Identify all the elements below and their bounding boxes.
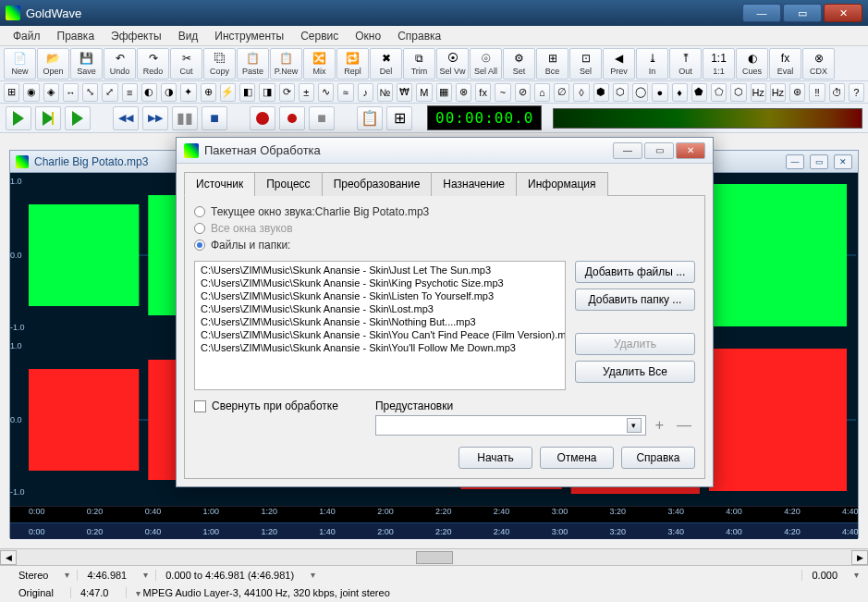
start-button[interactable]: Начать: [458, 447, 532, 469]
record-pause-button[interactable]: [279, 106, 305, 130]
fx-button-20[interactable]: ₩: [397, 83, 412, 102]
play-loop-button[interactable]: [65, 106, 91, 130]
toolbar-1-1-button[interactable]: 1:11:1: [703, 48, 735, 80]
close-button[interactable]: ✕: [824, 4, 862, 22]
dialog-title-bar[interactable]: Пакетная Обработка — ▭ ✕: [177, 138, 713, 164]
fx-button-18[interactable]: ♪: [358, 83, 373, 102]
toolbar---button[interactable]: ⊞Все: [536, 48, 568, 80]
tab-назначение[interactable]: Назначение: [431, 172, 517, 196]
tab-преобразование[interactable]: Преобразование: [322, 172, 433, 196]
menu-item-сервис[interactable]: Сервис: [293, 28, 346, 44]
fx-button-32[interactable]: ◯: [632, 83, 648, 102]
toolbar-trim-button[interactable]: ⧉Trim: [403, 48, 435, 80]
fx-button-15[interactable]: ±: [299, 83, 314, 102]
fx-button-0[interactable]: ⊞: [4, 83, 19, 102]
add-folder-button[interactable]: Добавить папку ...: [575, 289, 695, 311]
scroll-right-button[interactable]: ▶: [851, 550, 868, 565]
pause-button[interactable]: ▮▮: [172, 106, 198, 130]
fx-button-40[interactable]: ⊛: [789, 83, 805, 102]
fx-button-34[interactable]: ♦: [672, 83, 688, 102]
fx-button-10[interactable]: ⊕: [201, 83, 216, 102]
fx-button-41[interactable]: ‼: [809, 83, 825, 102]
fx-button-33[interactable]: ●: [652, 83, 667, 102]
toolbar-paste-button[interactable]: 📋Paste: [237, 48, 269, 80]
toolbar-sel-all-button[interactable]: ⦾Sel All: [470, 48, 502, 80]
file-list-item[interactable]: C:\Users\ZIM\Music\Skunk Anansie - Skin\…: [197, 328, 563, 341]
fx-button-14[interactable]: ⟳: [279, 83, 295, 102]
fx-button-26[interactable]: ⊘: [515, 83, 531, 102]
minimize-button[interactable]: —: [742, 4, 781, 22]
fx-button-11[interactable]: ⚡: [220, 83, 236, 102]
menu-item-окно[interactable]: Окно: [348, 28, 388, 44]
delete-button[interactable]: Удалить: [575, 333, 695, 355]
preset-add-button[interactable]: +: [652, 417, 667, 434]
preset-dropdown[interactable]: ▾: [375, 415, 646, 436]
fx-button-24[interactable]: fx: [475, 83, 491, 102]
forward-button[interactable]: ▶▶: [142, 106, 168, 130]
fx-button-29[interactable]: ◊: [573, 83, 589, 102]
toolbar-copy-button[interactable]: ⿻Copy: [203, 48, 236, 80]
menu-item-справка[interactable]: Справка: [390, 28, 448, 44]
toolbar-set-button[interactable]: ⚙Set: [503, 48, 535, 80]
maximize-button[interactable]: ▭: [783, 4, 822, 22]
dialog-close-button[interactable]: ✕: [676, 142, 705, 159]
play-yellow-button[interactable]: [35, 106, 61, 130]
fx-button-37[interactable]: ⬡: [730, 83, 746, 102]
tab-источник[interactable]: Источник: [184, 172, 255, 196]
minimize-checkbox-row[interactable]: Свернуть при обработке: [194, 399, 338, 412]
horizontal-scrollbar[interactable]: ◀ ▶: [0, 548, 868, 565]
toolbar-prev-button[interactable]: ◀Prev: [603, 48, 635, 80]
preset-remove-button[interactable]: —: [673, 417, 695, 434]
fx-button-1[interactable]: ◉: [23, 83, 39, 102]
scroll-left-button[interactable]: ◀: [0, 550, 17, 565]
record-stop-button[interactable]: ■: [309, 106, 335, 130]
fx-button-6[interactable]: ≡: [122, 83, 138, 102]
toolbar-undo-button[interactable]: ↶Undo: [104, 48, 136, 80]
file-list[interactable]: C:\Users\ZIM\Music\Skunk Anansie - Skin\…: [194, 261, 566, 390]
fx-button-30[interactable]: ⬢: [593, 83, 609, 102]
toolbar-sel-button[interactable]: ⊡Sel: [569, 48, 602, 80]
fx-button-21[interactable]: M: [416, 83, 432, 102]
rewind-button[interactable]: ◀◀: [113, 106, 139, 130]
fx-button-43[interactable]: ?: [849, 83, 864, 102]
toolbar-out-button[interactable]: ⤒Out: [669, 48, 702, 80]
fx-button-42[interactable]: ⏱: [829, 83, 845, 102]
fx-button-28[interactable]: ∅: [554, 83, 569, 102]
fx-button-12[interactable]: ◧: [239, 83, 255, 102]
toolbar-mix-button[interactable]: 🔀Mix: [303, 48, 336, 80]
dialog-maximize-button[interactable]: ▭: [644, 142, 674, 159]
fx-button-31[interactable]: ⬡: [613, 83, 629, 102]
fx-button-17[interactable]: ≈: [337, 83, 353, 102]
file-list-item[interactable]: C:\Users\ZIM\Music\Skunk Anansie - Skin\…: [197, 315, 563, 328]
audio-minimize-button[interactable]: —: [786, 154, 804, 169]
radio-files-folders[interactable]: Файлы и папки:: [194, 239, 695, 252]
tab-процесс[interactable]: Процесс: [254, 172, 322, 196]
fx-button-5[interactable]: ⤢: [102, 83, 117, 102]
cancel-button[interactable]: Отмена: [540, 447, 614, 469]
scroll-thumb[interactable]: [416, 551, 453, 564]
toolbar-sel-vw-button[interactable]: ⦿Sel Vw: [436, 48, 469, 80]
tab-информация[interactable]: Информация: [516, 172, 607, 196]
fx-button-16[interactable]: ∿: [318, 83, 334, 102]
add-files-button[interactable]: Добавить файлы ...: [575, 261, 695, 283]
delete-all-button[interactable]: Удалить Все: [575, 361, 695, 383]
fx-button-3[interactable]: ↔: [63, 83, 79, 102]
fx-button-2[interactable]: ◈: [43, 83, 59, 102]
toolbar-repl-button[interactable]: 🔁Repl: [336, 48, 369, 80]
toolbar-del-button[interactable]: ✖Del: [370, 48, 402, 80]
fx-button-9[interactable]: ✦: [180, 83, 196, 102]
fx-button-25[interactable]: ~: [495, 83, 510, 102]
toolbar-p-new-button[interactable]: 📋P.New: [270, 48, 302, 80]
fx-button-36[interactable]: ⬠: [711, 83, 727, 102]
fx-button-19[interactable]: №: [377, 83, 393, 102]
properties-button[interactable]: 📋: [357, 106, 383, 130]
file-list-item[interactable]: C:\Users\ZIM\Music\Skunk Anansie - Skin\…: [197, 302, 563, 315]
toolbar-cues-button[interactable]: ◐Cues: [736, 48, 768, 80]
menu-item-правка[interactable]: Правка: [50, 28, 103, 44]
fx-button-38[interactable]: Hz: [751, 83, 766, 102]
fx-button-39[interactable]: Hz: [770, 83, 786, 102]
settings-button[interactable]: ⊞: [386, 106, 412, 130]
audio-maximize-button[interactable]: ▭: [810, 154, 828, 169]
toolbar-in-button[interactable]: ⤓In: [636, 48, 668, 80]
fx-button-27[interactable]: ⌂: [534, 83, 550, 102]
